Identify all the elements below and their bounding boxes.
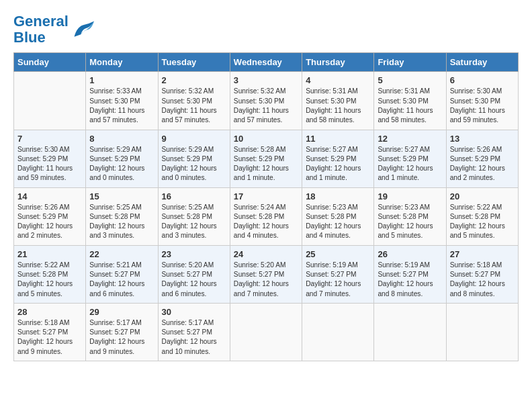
cell-info: Sunrise: 5:30 AMSunset: 5:29 PMDaylight:… (17, 145, 82, 183)
day-number: 8 (89, 134, 154, 144)
calendar-cell: 12Sunrise: 5:27 AMSunset: 5:29 PMDayligh… (374, 130, 446, 187)
calendar-cell: 16Sunrise: 5:25 AMSunset: 5:28 PMDayligh… (158, 187, 230, 245)
header-thursday: Thursday (302, 53, 374, 72)
day-number: 22 (89, 249, 154, 259)
calendar-cell: 6Sunrise: 5:30 AMSunset: 5:30 PMDaylight… (446, 72, 518, 130)
cell-info: Sunrise: 5:22 AMSunset: 5:28 PMDaylight:… (17, 261, 82, 299)
calendar-cell: 29Sunrise: 5:17 AMSunset: 5:27 PMDayligh… (86, 303, 158, 361)
header-wednesday: Wednesday (230, 53, 302, 72)
calendar-cell: 27Sunrise: 5:18 AMSunset: 5:27 PMDayligh… (446, 245, 518, 303)
cell-info: Sunrise: 5:17 AMSunset: 5:27 PMDaylight:… (89, 318, 154, 357)
week-row-5: 28Sunrise: 5:18 AMSunset: 5:27 PMDayligh… (14, 303, 519, 361)
calendar-cell: 8Sunrise: 5:29 AMSunset: 5:29 PMDaylight… (86, 130, 158, 187)
calendar-cell (230, 303, 302, 361)
cell-info: Sunrise: 5:32 AMSunset: 5:30 PMDaylight:… (234, 87, 298, 125)
cell-info: Sunrise: 5:31 AMSunset: 5:30 PMDaylight:… (306, 87, 370, 125)
day-number: 5 (378, 75, 442, 85)
day-number: 25 (306, 249, 370, 259)
day-number: 2 (162, 75, 226, 85)
day-number: 11 (306, 134, 370, 144)
header-monday: Monday (86, 53, 158, 72)
day-number: 13 (450, 134, 515, 144)
calendar-cell: 21Sunrise: 5:22 AMSunset: 5:28 PMDayligh… (14, 245, 86, 303)
calendar-cell: 2Sunrise: 5:32 AMSunset: 5:30 PMDaylight… (158, 72, 230, 130)
calendar-cell (302, 303, 374, 361)
cell-info: Sunrise: 5:17 AMSunset: 5:27 PMDaylight:… (162, 318, 226, 357)
day-number: 27 (450, 249, 515, 259)
day-number: 19 (378, 191, 442, 201)
week-row-1: 1Sunrise: 5:33 AMSunset: 5:30 PMDaylight… (14, 72, 519, 130)
header-friday: Friday (374, 53, 446, 72)
cell-info: Sunrise: 5:18 AMSunset: 5:27 PMDaylight:… (17, 318, 82, 357)
header-sunday: Sunday (14, 53, 86, 72)
day-number: 7 (17, 134, 82, 144)
cell-info: Sunrise: 5:19 AMSunset: 5:27 PMDaylight:… (378, 261, 442, 299)
cell-info: Sunrise: 5:20 AMSunset: 5:27 PMDaylight:… (162, 261, 226, 299)
cell-info: Sunrise: 5:29 AMSunset: 5:29 PMDaylight:… (89, 145, 154, 183)
day-number: 29 (89, 307, 154, 317)
calendar-body: 1Sunrise: 5:33 AMSunset: 5:30 PMDaylight… (14, 72, 519, 361)
week-row-3: 14Sunrise: 5:26 AMSunset: 5:29 PMDayligh… (14, 187, 519, 245)
calendar-cell: 25Sunrise: 5:19 AMSunset: 5:27 PMDayligh… (302, 245, 374, 303)
day-number: 30 (162, 307, 226, 317)
calendar-cell: 5Sunrise: 5:31 AMSunset: 5:30 PMDaylight… (374, 72, 446, 130)
calendar-table: SundayMondayTuesdayWednesdayThursdayFrid… (13, 52, 519, 361)
day-number: 4 (306, 75, 370, 85)
calendar-cell: 24Sunrise: 5:20 AMSunset: 5:27 PMDayligh… (230, 245, 302, 303)
cell-info: Sunrise: 5:24 AMSunset: 5:28 PMDaylight:… (234, 203, 298, 241)
day-number: 21 (17, 249, 82, 259)
cell-info: Sunrise: 5:27 AMSunset: 5:29 PMDaylight:… (378, 145, 442, 183)
calendar-cell: 1Sunrise: 5:33 AMSunset: 5:30 PMDaylight… (86, 72, 158, 130)
calendar-cell: 19Sunrise: 5:23 AMSunset: 5:28 PMDayligh… (374, 187, 446, 245)
cell-info: Sunrise: 5:20 AMSunset: 5:27 PMDaylight:… (234, 261, 298, 299)
calendar-cell: 26Sunrise: 5:19 AMSunset: 5:27 PMDayligh… (374, 245, 446, 303)
day-number: 26 (378, 249, 442, 259)
calendar-cell: 22Sunrise: 5:21 AMSunset: 5:27 PMDayligh… (86, 245, 158, 303)
calendar-cell: 3Sunrise: 5:32 AMSunset: 5:30 PMDaylight… (230, 72, 302, 130)
cell-info: Sunrise: 5:30 AMSunset: 5:30 PMDaylight:… (450, 87, 515, 125)
calendar-cell (374, 303, 446, 361)
logo-text: General Blue (13, 13, 69, 46)
day-number: 23 (162, 249, 226, 259)
cell-info: Sunrise: 5:32 AMSunset: 5:30 PMDaylight:… (162, 87, 226, 125)
calendar-cell: 14Sunrise: 5:26 AMSunset: 5:29 PMDayligh… (14, 187, 86, 245)
day-number: 1 (89, 75, 154, 85)
cell-info: Sunrise: 5:19 AMSunset: 5:27 PMDaylight:… (306, 261, 370, 299)
cell-info: Sunrise: 5:31 AMSunset: 5:30 PMDaylight:… (378, 87, 442, 125)
calendar-cell (14, 72, 86, 130)
cell-info: Sunrise: 5:29 AMSunset: 5:29 PMDaylight:… (162, 145, 226, 183)
cell-info: Sunrise: 5:18 AMSunset: 5:27 PMDaylight:… (450, 261, 515, 299)
week-row-2: 7Sunrise: 5:30 AMSunset: 5:29 PMDaylight… (14, 130, 519, 187)
cell-info: Sunrise: 5:25 AMSunset: 5:28 PMDaylight:… (162, 203, 226, 241)
day-number: 15 (89, 191, 154, 201)
calendar-cell: 30Sunrise: 5:17 AMSunset: 5:27 PMDayligh… (158, 303, 230, 361)
calendar-cell: 28Sunrise: 5:18 AMSunset: 5:27 PMDayligh… (14, 303, 86, 361)
day-number: 28 (17, 307, 82, 317)
calendar-cell: 20Sunrise: 5:22 AMSunset: 5:28 PMDayligh… (446, 187, 518, 245)
calendar-cell: 11Sunrise: 5:27 AMSunset: 5:29 PMDayligh… (302, 130, 374, 187)
cell-info: Sunrise: 5:33 AMSunset: 5:30 PMDaylight:… (89, 87, 154, 125)
cell-info: Sunrise: 5:26 AMSunset: 5:29 PMDaylight:… (17, 203, 82, 241)
calendar-header-row: SundayMondayTuesdayWednesdayThursdayFrid… (14, 53, 519, 72)
calendar-cell: 18Sunrise: 5:23 AMSunset: 5:28 PMDayligh… (302, 187, 374, 245)
cell-info: Sunrise: 5:23 AMSunset: 5:28 PMDaylight:… (378, 203, 442, 241)
calendar-cell: 10Sunrise: 5:28 AMSunset: 5:29 PMDayligh… (230, 130, 302, 187)
cell-info: Sunrise: 5:28 AMSunset: 5:29 PMDaylight:… (234, 145, 298, 183)
day-number: 10 (234, 134, 298, 144)
calendar-cell: 4Sunrise: 5:31 AMSunset: 5:30 PMDaylight… (302, 72, 374, 130)
cell-info: Sunrise: 5:26 AMSunset: 5:29 PMDaylight:… (450, 145, 515, 183)
header-tuesday: Tuesday (158, 53, 230, 72)
calendar-cell: 9Sunrise: 5:29 AMSunset: 5:29 PMDaylight… (158, 130, 230, 187)
header-saturday: Saturday (446, 53, 518, 72)
cell-info: Sunrise: 5:27 AMSunset: 5:29 PMDaylight:… (306, 145, 370, 183)
page-header: General Blue (13, 13, 519, 46)
calendar-cell: 7Sunrise: 5:30 AMSunset: 5:29 PMDaylight… (14, 130, 86, 187)
calendar-cell: 17Sunrise: 5:24 AMSunset: 5:28 PMDayligh… (230, 187, 302, 245)
cell-info: Sunrise: 5:22 AMSunset: 5:28 PMDaylight:… (450, 203, 515, 241)
calendar-cell: 23Sunrise: 5:20 AMSunset: 5:27 PMDayligh… (158, 245, 230, 303)
day-number: 14 (17, 191, 82, 201)
calendar-cell (446, 303, 518, 361)
day-number: 16 (162, 191, 226, 201)
cell-info: Sunrise: 5:21 AMSunset: 5:27 PMDaylight:… (89, 261, 154, 299)
calendar-cell: 15Sunrise: 5:25 AMSunset: 5:28 PMDayligh… (86, 187, 158, 245)
